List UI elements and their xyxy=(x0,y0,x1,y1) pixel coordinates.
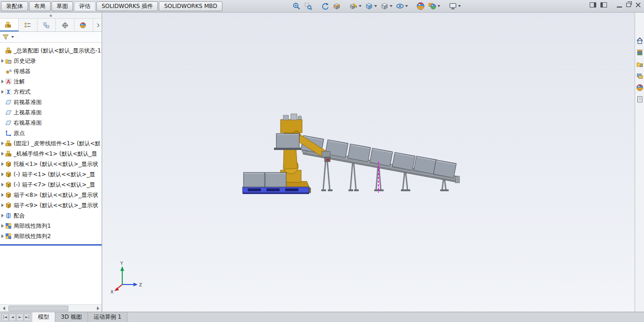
featuremanager-tab[interactable] xyxy=(0,19,19,31)
home-icon[interactable] xyxy=(636,37,644,45)
tree-item-robot-assembly[interactable]: _机械手组件<1> (默认<默认_显 xyxy=(0,149,102,159)
tab-layout[interactable]: 布局 xyxy=(29,1,51,11)
tab-sketch[interactable]: 草图 xyxy=(52,1,73,11)
tree-item-history[interactable]: 历史记录 xyxy=(0,56,102,66)
design-library-icon[interactable] xyxy=(636,49,644,56)
appearances-icon[interactable] xyxy=(636,84,644,91)
previous-tab-button[interactable]: ◄ xyxy=(9,314,16,321)
annotation-views-icon[interactable] xyxy=(348,1,363,11)
tree-item-box-9[interactable]: 箱子<9> (默认<<默认>_显示状 xyxy=(0,200,102,210)
previous-view-icon[interactable] xyxy=(320,1,330,11)
dropdown-caret xyxy=(374,5,377,7)
pattern-icon xyxy=(5,223,12,229)
svg-text:X: X xyxy=(111,290,113,294)
last-tab-button[interactable]: ►| xyxy=(24,314,31,321)
scroll-right-button[interactable] xyxy=(94,305,102,312)
expand-arrow-icon[interactable] xyxy=(1,162,4,166)
expand-arrow-icon[interactable] xyxy=(1,90,4,94)
viewport-3d[interactable]: Y Z X xyxy=(103,13,635,312)
custom-properties-icon[interactable] xyxy=(636,96,644,103)
part-icon xyxy=(5,181,12,188)
restore-button[interactable] xyxy=(626,3,631,7)
expand-arrow-icon[interactable] xyxy=(1,193,4,197)
scroll-left-button[interactable] xyxy=(0,305,7,312)
tree-item-pattern-1[interactable]: 局部线性阵列1 xyxy=(0,221,102,231)
expand-arrow-icon[interactable] xyxy=(1,214,4,217)
tree-item-box-1[interactable]: (-) 箱子<1> (默认<<默认>_显 xyxy=(0,169,102,180)
part-icon xyxy=(5,161,12,167)
tab-solidworks-addins[interactable]: SOLIDWORKS 插件 xyxy=(96,1,158,11)
scrollbar-thumb[interactable] xyxy=(8,306,68,311)
dropdown-caret xyxy=(390,5,392,7)
tab-assembly[interactable]: 装配体 xyxy=(1,1,28,11)
apply-scene-icon[interactable] xyxy=(427,1,441,11)
tree-item-pallet[interactable]: 托板<1> (默认<<默认>_显示状 xyxy=(0,159,102,169)
tree-item-front-plane[interactable]: 前视基准面 xyxy=(0,97,102,107)
part-icon xyxy=(5,202,12,209)
propertymanager-tab[interactable] xyxy=(19,19,37,31)
expand-arrow-icon[interactable] xyxy=(1,183,4,187)
view-settings-icon[interactable] xyxy=(448,1,462,11)
file-explorer-icon[interactable] xyxy=(636,60,644,68)
expand-arrow-icon[interactable] xyxy=(1,152,4,156)
tree-filter-bar[interactable] xyxy=(0,32,102,43)
expand-arrow-icon[interactable] xyxy=(1,203,4,207)
view-palette-icon[interactable] xyxy=(636,72,644,80)
feature-tree: _总装配图 (默认<默认_显示状态-1> 历史记录 传感器 注解 方程式 xyxy=(0,44,102,304)
expand-arrow-icon[interactable] xyxy=(1,59,4,63)
pane-toggle-right-icon[interactable] xyxy=(590,2,596,7)
tab-evaluate[interactable]: 评估 xyxy=(74,1,96,11)
rollback-bar[interactable] xyxy=(0,244,102,246)
expand-arrow-icon[interactable] xyxy=(1,80,4,83)
displaymanager-tab[interactable] xyxy=(74,19,93,31)
display-style-icon[interactable] xyxy=(379,1,393,11)
tree-item-origin[interactable]: 原点 xyxy=(0,128,102,138)
next-tab-button[interactable]: ► xyxy=(16,314,23,321)
tab-motion-study-1[interactable]: 运动算例 1 xyxy=(88,312,127,322)
tree-item-pattern-2[interactable]: 局部线性阵列2 xyxy=(0,231,102,241)
hide-show-items-icon[interactable] xyxy=(395,1,409,11)
configurationmanager-tab[interactable] xyxy=(37,19,56,31)
tree-item-equations[interactable]: 方程式 xyxy=(0,87,102,97)
expand-arrow-icon[interactable] xyxy=(1,234,4,238)
tree-item-mates[interactable]: 配合 xyxy=(0,210,102,221)
close-button[interactable] xyxy=(635,2,641,8)
origin-icon xyxy=(5,130,12,136)
view-orientation-icon[interactable] xyxy=(364,1,378,11)
zoom-to-area-icon[interactable] xyxy=(303,1,313,11)
first-tab-button[interactable]: |◄ xyxy=(1,314,8,321)
manager-tab-overflow[interactable] xyxy=(93,19,102,31)
section-view-icon[interactable] xyxy=(332,1,342,11)
bottom-tab-bar: |◄ ◄ ► ►| 模型 3D 视图 运动算例 1 xyxy=(0,312,644,322)
tab-model[interactable]: 模型 xyxy=(32,312,55,322)
tree-item-box-8[interactable]: 箱子<8> (默认<<默认>_显示状 xyxy=(0,190,102,200)
expand-arrow-icon[interactable] xyxy=(1,172,4,176)
window-controls xyxy=(590,2,641,8)
expand-arrow-icon[interactable] xyxy=(1,142,4,145)
tree-item-right-plane[interactable]: 右视基准面 xyxy=(0,118,102,128)
tree-item-belt-assembly[interactable]: (固定) _皮带线组件<1> (默认<默 xyxy=(0,138,102,149)
expand-arrow-icon[interactable] xyxy=(1,224,4,228)
edit-appearance-icon[interactable] xyxy=(415,1,426,11)
zoom-to-fit-icon[interactable] xyxy=(291,1,302,11)
dimxpertmanager-tab[interactable] xyxy=(56,19,74,31)
tab-3d-views[interactable]: 3D 视图 xyxy=(55,312,88,322)
model-scene: Y Z X xyxy=(103,13,635,312)
tree-item-box-7[interactable]: (-) 箱子<7> (默认<<默认>_显 xyxy=(0,180,102,190)
tree-item-annotations[interactable]: 注解 xyxy=(0,76,102,87)
pattern-icon xyxy=(5,233,12,240)
tab-solidworks-mbd[interactable]: SOLIDWORKS MBD xyxy=(159,1,222,11)
tree-horizontal-scrollbar[interactable] xyxy=(0,304,102,312)
manager-tab-strip xyxy=(0,19,102,32)
tab-navigation: |◄ ◄ ► ►| xyxy=(0,312,32,322)
panel-grab-handle[interactable] xyxy=(0,13,102,19)
tree-item-top-plane[interactable]: 上视基准面 xyxy=(0,107,102,118)
tree-item-sensors[interactable]: 传感器 xyxy=(0,66,102,76)
tree-root[interactable]: _总装配图 (默认<默认_显示状态-1> xyxy=(0,45,102,56)
pane-toggle-left-icon[interactable] xyxy=(600,2,607,7)
pallet xyxy=(243,187,309,194)
dropdown-caret xyxy=(437,5,440,7)
filter-caret-icon xyxy=(11,36,14,38)
status-bar-filler xyxy=(127,312,644,322)
minimize-button[interactable] xyxy=(617,3,622,7)
